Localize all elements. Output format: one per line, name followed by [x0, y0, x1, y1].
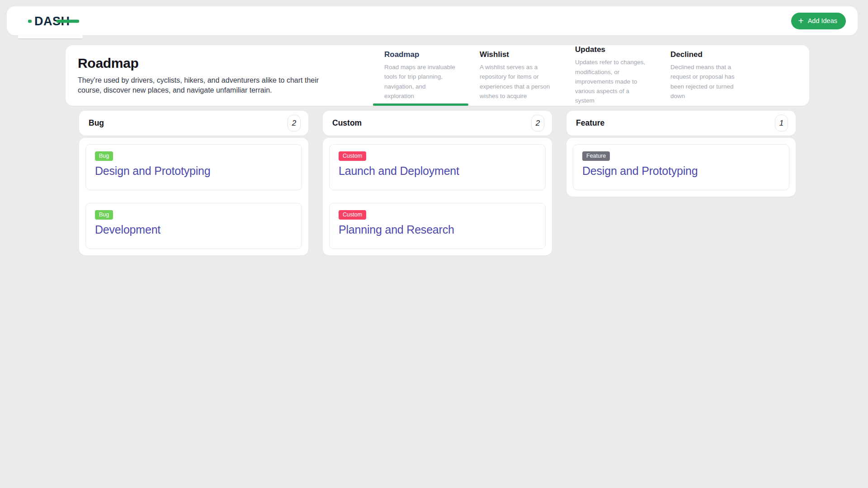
tab-description: Road maps are invaluable tools for trip … — [384, 62, 457, 101]
plus-icon: + — [798, 16, 803, 25]
logo[interactable]: DASH — [28, 13, 80, 29]
tab-description: Declined means that a request or proposa… — [670, 62, 743, 101]
idea-card[interactable]: Custom Planning and Research — [329, 203, 546, 249]
card-title[interactable]: Development — [95, 223, 292, 236]
category-badge: Custom — [339, 210, 366, 220]
idea-board: Bug 2 Bug Design and Prototyping Bug Dev… — [79, 111, 796, 255]
hero-section: Roadmap They're used by drivers, cyclist… — [78, 56, 331, 96]
tab-updates[interactable]: Updates Updates refer to changes, modifi… — [564, 45, 659, 106]
tab-label: Wishlist — [480, 50, 552, 59]
column-custom: Custom 2 Custom Launch and Deployment Cu… — [323, 111, 552, 255]
category-badge: Bug — [95, 151, 113, 161]
add-ideas-label: Add Ideas — [808, 17, 837, 24]
idea-card[interactable]: Bug Development — [85, 203, 302, 249]
tab-declined[interactable]: Declined Declined means that a request o… — [659, 45, 755, 106]
page-description: They're used by drivers, cyclists, hiker… — [78, 75, 329, 96]
tab-description: A wishlist serves as a repository for it… — [480, 62, 552, 101]
card-title[interactable]: Launch and Deployment — [339, 164, 536, 178]
tab-label: Declined — [670, 50, 743, 59]
column-body: Feature Design and Prototyping — [566, 138, 796, 197]
section-tabs: Roadmap Road maps are invaluable tools f… — [373, 45, 755, 106]
tab-wishlist[interactable]: Wishlist A wishlist serves as a reposito… — [468, 45, 564, 106]
column-title: Custom — [332, 118, 362, 128]
column-feature: Feature 1 Feature Design and Prototyping — [566, 111, 796, 197]
page-title: Roadmap — [78, 56, 331, 71]
card-title[interactable]: Design and Prototyping — [582, 164, 780, 178]
column-body: Bug Design and Prototyping Bug Developme… — [79, 138, 308, 255]
count-badge: 1 — [775, 115, 788, 131]
tab-label: Updates — [575, 45, 647, 54]
header-logo-tab — [18, 35, 83, 39]
card-title[interactable]: Design and Prototyping — [95, 164, 292, 178]
count-badge: 2 — [288, 115, 301, 131]
idea-card[interactable]: Bug Design and Prototyping — [85, 144, 302, 190]
column-title: Bug — [89, 118, 104, 128]
active-tab-indicator — [373, 103, 468, 106]
count-badge: 2 — [531, 115, 544, 131]
category-badge: Bug — [95, 210, 113, 220]
add-ideas-button[interactable]: + Add Ideas — [791, 13, 846, 29]
column-body: Custom Launch and Deployment Custom Plan… — [323, 138, 552, 255]
category-badge: Custom — [339, 151, 366, 161]
category-badge: Feature — [582, 151, 610, 161]
column-header: Feature 1 — [566, 111, 796, 136]
header-bar: DASH + Add Ideas — [7, 6, 858, 35]
idea-card[interactable]: Feature Design and Prototyping — [573, 144, 789, 190]
tab-roadmap[interactable]: Roadmap Road maps are invaluable tools f… — [373, 45, 468, 106]
column-bug: Bug 2 Bug Design and Prototyping Bug Dev… — [79, 111, 308, 255]
tab-label: Roadmap — [384, 50, 457, 59]
column-header: Custom 2 — [323, 111, 552, 136]
card-title[interactable]: Planning and Research — [339, 223, 536, 236]
tab-description: Updates refer to changes, modifications,… — [575, 57, 647, 106]
dash-logo-icon: DASH — [28, 13, 80, 29]
idea-card[interactable]: Custom Launch and Deployment — [329, 144, 546, 190]
column-title: Feature — [576, 118, 604, 128]
column-header: Bug 2 — [79, 111, 308, 136]
roadmap-panel: Roadmap They're used by drivers, cyclist… — [66, 45, 809, 106]
